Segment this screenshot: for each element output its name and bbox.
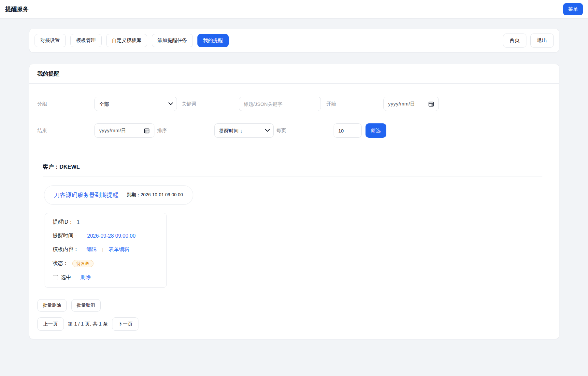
batch-cancel-button[interactable]: 批量取消 [71, 299, 101, 312]
status-badge: 待发送 [72, 260, 93, 267]
status-row: 状态： 待发送 [53, 260, 159, 267]
nav-card: 对接设置 模板管理 自定义模板库 添加提醒任务 我的提醒 首页 退出 [29, 29, 559, 52]
per-page-label: 每页 [277, 128, 334, 134]
status-label: 状态： [53, 260, 68, 267]
customer-divider [43, 176, 542, 176]
select-checkbox[interactable] [53, 275, 58, 280]
menu-button[interactable]: 菜单 [563, 3, 583, 15]
filter-row-1: 分组 全部 关键词 开始 yyyy/mm/日 [37, 97, 551, 111]
per-page-input[interactable] [334, 123, 362, 138]
sort-label: 排序 [157, 128, 214, 134]
start-date-input[interactable]: yyyy/mm/日 [383, 97, 439, 111]
customer-name: DKEWL [60, 164, 80, 170]
start-label: 开始 [326, 101, 383, 107]
select-row: 选中 删除 [53, 274, 159, 281]
tab-custom-template-library[interactable]: 自定义模板库 [106, 34, 147, 47]
form-edit-link[interactable]: 表单编辑 [108, 246, 129, 253]
end-label: 结束 [37, 128, 94, 134]
end-date-input[interactable]: yyyy/mm/日 [94, 123, 154, 138]
reminder-task-pill: 刀客源码服务器到期提醒 到期：2026-10-01 09:00:00 [44, 185, 193, 205]
reminder-time-link[interactable]: 2026-09-28 09:00:00 [87, 233, 136, 239]
calendar-icon[interactable] [428, 101, 434, 107]
group-select-wrap: 全部 [94, 97, 177, 111]
logout-button[interactable]: 退出 [530, 34, 554, 48]
panel-title: 我的提醒 [37, 70, 551, 77]
group-select[interactable]: 全部 [94, 97, 177, 111]
start-date-value: yyyy/mm/日 [388, 101, 415, 107]
home-button[interactable]: 首页 [503, 34, 526, 48]
group-label: 分组 [37, 101, 94, 107]
reminder-id-row: 提醒ID： 1 [53, 219, 159, 226]
select-label: 选中 [61, 274, 71, 281]
reminder-id-value: 1 [77, 219, 80, 225]
link-separator: | [102, 247, 104, 252]
reminder-expire: 到期：2026-10-01 09:00:00 [127, 192, 183, 198]
reminder-title-link[interactable]: 刀客源码服务器到期提醒 [54, 191, 119, 199]
pagination: 上一页 第 1 / 1 页, 共 1 条 下一页 [37, 317, 551, 331]
customer-label: 客户： [43, 164, 60, 170]
prev-page-button[interactable]: 上一页 [37, 317, 64, 331]
filter-button[interactable]: 筛选 [366, 123, 386, 138]
page-container: 对接设置 模板管理 自定义模板库 添加提醒任务 我的提醒 首页 退出 我的提醒 … [29, 29, 559, 339]
app-title: 提醒服务 [5, 5, 29, 13]
end-date-value: yyyy/mm/日 [99, 128, 126, 134]
tab-template-management[interactable]: 模板管理 [70, 34, 102, 47]
tab-my-reminders[interactable]: 我的提醒 [197, 34, 229, 47]
delete-link[interactable]: 删除 [80, 274, 91, 281]
my-reminders-panel: 我的提醒 分组 全部 关键词 开始 yyyy/mm/日 [29, 64, 559, 339]
batch-delete-button[interactable]: 批量删除 [37, 299, 67, 312]
tab-connection-settings[interactable]: 对接设置 [35, 34, 66, 47]
reminder-detail-card: 提醒ID： 1 提醒时间： 2026-09-28 09:00:00 模板内容： … [45, 213, 167, 288]
sort-select-wrap: 提醒时间 ↓ [214, 123, 274, 138]
top-bar: 提醒服务 菜单 [0, 0, 588, 19]
template-content-row: 模板内容： 编辑 | 表单编辑 [53, 246, 159, 253]
next-page-button[interactable]: 下一页 [112, 317, 138, 331]
panel-header: 我的提醒 [29, 64, 559, 84]
page-info: 第 1 / 1 页, 共 1 条 [68, 321, 108, 327]
nav-right-group: 首页 退出 [503, 34, 554, 48]
edit-link[interactable]: 编辑 [87, 246, 97, 253]
panel-body: 分组 全部 关键词 开始 yyyy/mm/日 [29, 84, 559, 339]
batch-actions: 批量删除 批量取消 [37, 299, 551, 312]
reminder-time-row: 提醒时间： 2026-09-28 09:00:00 [53, 232, 159, 239]
tab-add-reminder-task[interactable]: 添加提醒任务 [152, 34, 193, 47]
expire-label: 到期： [127, 192, 141, 197]
customer-heading: 客户：DKEWL [43, 163, 551, 171]
expire-time: 2026-10-01 09:00:00 [141, 192, 183, 197]
customer-section: 客户：DKEWL 刀客源码服务器到期提醒 到期：2026-10-01 09:00… [37, 163, 551, 288]
dashed-divider [44, 209, 535, 209]
reminder-id-label: 提醒ID： [53, 219, 74, 226]
keyword-label: 关键词 [182, 101, 239, 107]
keyword-input[interactable] [239, 97, 321, 111]
reminder-time-label: 提醒时间： [53, 232, 79, 239]
sort-select[interactable]: 提醒时间 ↓ [214, 123, 274, 138]
template-content-label: 模板内容： [53, 246, 79, 253]
filter-row-2: 结束 yyyy/mm/日 排序 提醒时间 ↓ 每页 [37, 123, 551, 138]
calendar-icon[interactable] [144, 128, 150, 133]
